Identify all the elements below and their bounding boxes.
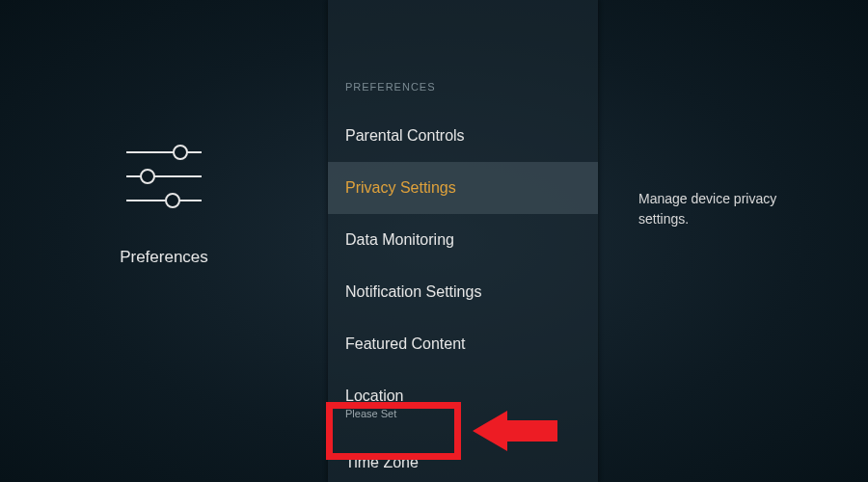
menu-item-label: Parental Controls bbox=[345, 127, 465, 144]
left-panel-label: Preferences bbox=[120, 248, 208, 267]
menu-item-label: Featured Content bbox=[345, 335, 466, 352]
menu-item-label: Privacy Settings bbox=[345, 179, 456, 196]
menu-item-data-monitoring[interactable]: Data Monitoring bbox=[328, 214, 598, 266]
menu-item-location[interactable]: Location Please Set bbox=[328, 370, 598, 437]
svg-point-5 bbox=[166, 194, 179, 207]
menu-item-subtext: Please Set bbox=[345, 408, 581, 419]
svg-point-1 bbox=[174, 146, 187, 159]
menu-item-privacy-settings[interactable]: Privacy Settings bbox=[328, 162, 598, 214]
description-panel: Manage device privacy settings. bbox=[598, 0, 868, 482]
menu-item-label: Location bbox=[345, 388, 404, 404]
menu-item-featured-content[interactable]: Featured Content bbox=[328, 318, 598, 370]
settings-screen: Preferences PREFERENCES Parental Control… bbox=[0, 0, 868, 482]
svg-point-3 bbox=[141, 170, 154, 183]
menu-item-description: Manage device privacy settings. bbox=[638, 189, 812, 229]
menu-item-label: Data Monitoring bbox=[345, 231, 454, 248]
preferences-sliders-icon bbox=[121, 138, 207, 219]
menu-item-label: Time Zone bbox=[345, 454, 419, 470]
menu-item-notification-settings[interactable]: Notification Settings bbox=[328, 266, 598, 318]
menu-item-time-zone[interactable]: Time Zone bbox=[328, 437, 598, 482]
menu-panel: PREFERENCES Parental Controls Privacy Se… bbox=[328, 0, 598, 482]
menu-section-header: PREFERENCES bbox=[328, 81, 598, 110]
menu-item-parental-controls[interactable]: Parental Controls bbox=[328, 110, 598, 162]
left-panel: Preferences bbox=[0, 0, 328, 482]
menu-item-label: Notification Settings bbox=[345, 283, 481, 300]
